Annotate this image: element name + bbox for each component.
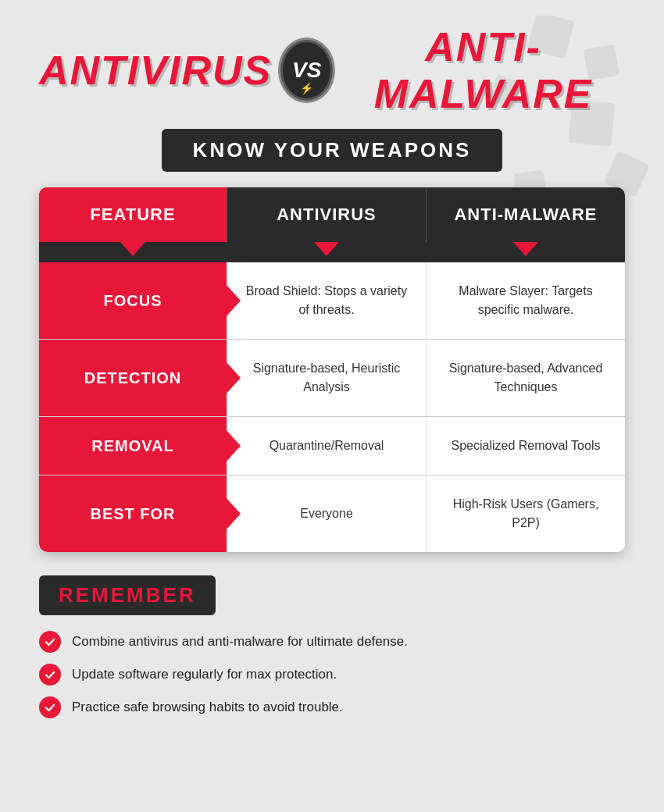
col-header-antivirus: Antivirus [227, 187, 426, 242]
subtitle-text: KNOW YOUR WEAPONS [193, 138, 472, 162]
arrow-right-detection [225, 361, 241, 395]
title-antimalware: ANTI-MALWARE [341, 23, 625, 117]
table-row-removal: Removal Quarantine/Removal Specialized R… [39, 417, 625, 475]
col-header-antimalware: Anti-Malware [426, 187, 625, 242]
vs-badge: VS ⚡ [280, 39, 334, 102]
tip-text-2: Update software regularly for max protec… [72, 667, 337, 682]
arrow-antivirus-cell [227, 242, 426, 256]
arrow-down-antivirus [314, 242, 339, 256]
page-header: ANTIVIRUS VS ⚡ ANTI-MALWARE KNOW YOUR WE… [39, 23, 625, 172]
feature-bestfor: Best For [39, 475, 227, 552]
subtitle-bar: KNOW YOUR WEAPONS [162, 129, 503, 172]
tip-item-2: Update software regularly for max protec… [39, 664, 625, 686]
title-antivirus: ANTIVIRUS [39, 47, 272, 94]
title-row: ANTIVIRUS VS ⚡ ANTI-MALWARE [39, 23, 625, 117]
arrow-antimalware-cell [426, 242, 625, 256]
arrow-right-focus [225, 283, 241, 318]
vs-text: VS [292, 58, 321, 83]
table-row-bestfor: Best For Everyone High-Risk Users (Gamer… [39, 475, 625, 552]
lightning-icon: ⚡ [300, 82, 313, 94]
feature-detection: Detection [39, 340, 227, 416]
table-row-focus: Focus Broad Shield: Stops a variety of t… [39, 262, 625, 340]
arrow-down-feature [120, 242, 145, 256]
data-focus-antimalware: Malware Slayer: Targets specific malware… [426, 262, 625, 339]
data-focus-antivirus: Broad Shield: Stops a variety of threats… [227, 262, 426, 339]
feature-removal: Removal [39, 417, 227, 475]
arrow-right-removal [225, 429, 241, 463]
arrow-right-bestfor [225, 497, 241, 531]
data-bestfor-antimalware: High-Risk Users (Gamers, P2P) [426, 475, 625, 552]
comparison-table: Feature Antivirus Anti-Malware Focus Bro… [39, 187, 625, 552]
data-detection-antimalware: Signature-based, Advanced Techniques [426, 340, 625, 416]
check-icon-3 [39, 696, 61, 718]
data-removal-antivirus: Quarantine/Removal [227, 417, 426, 475]
data-bestfor-antivirus: Everyone [227, 475, 426, 552]
table-header: Feature Antivirus Anti-Malware [39, 187, 625, 242]
arrow-separator [39, 242, 625, 262]
arrow-down-antimalware [513, 242, 538, 256]
data-removal-antimalware: Specialized Removal Tools [426, 417, 625, 475]
table-row-detection: Detection Signature-based, Heuristic Ana… [39, 340, 625, 417]
tip-text-1: Combine antivirus and anti-malware for u… [72, 634, 408, 650]
remember-section: REMEMBER Combine antivirus and anti-malw… [39, 575, 625, 718]
check-icon-2 [39, 664, 61, 686]
remember-label: REMEMBER [59, 583, 196, 607]
tips-list: Combine antivirus and anti-malware for u… [39, 631, 625, 718]
arrow-feature-cell [39, 242, 227, 256]
feature-focus: Focus [39, 262, 227, 339]
data-detection-antivirus: Signature-based, Heuristic Analysis [227, 340, 426, 416]
tip-item-1: Combine antivirus and anti-malware for u… [39, 631, 625, 653]
col-header-feature: Feature [39, 187, 227, 242]
tip-item-3: Practice safe browsing habits to avoid t… [39, 696, 625, 718]
tip-text-3: Practice safe browsing habits to avoid t… [72, 700, 343, 715]
check-icon-1 [39, 631, 61, 653]
remember-badge: REMEMBER [39, 575, 216, 615]
